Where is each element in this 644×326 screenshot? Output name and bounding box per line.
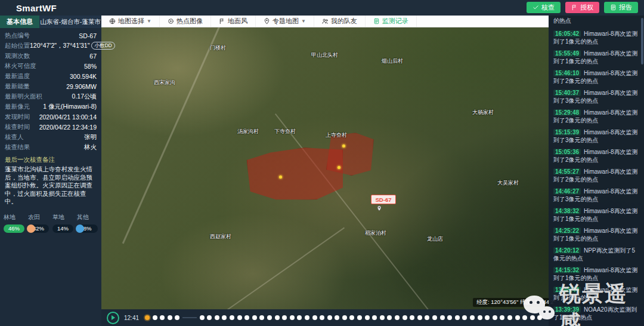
field-value-text: 0.17公顷 <box>72 93 97 101</box>
timeline-dot[interactable] <box>237 315 242 320</box>
timeline-dot[interactable] <box>500 315 504 320</box>
map-pin-icon[interactable] <box>376 205 382 211</box>
field-label: 核查结果 <box>5 143 30 152</box>
timeline-dot[interactable] <box>342 315 347 320</box>
tab-basic-info[interactable]: 基本信息 <box>0 16 39 28</box>
timeline-dot[interactable] <box>297 315 302 320</box>
timeline-dot[interactable] <box>395 315 400 320</box>
record-item[interactable]: 14:55:27Himawari-8再次监测到了2像元的热点 <box>549 165 644 185</box>
record-time-badge: 14:38:32 <box>553 208 581 214</box>
scrollbar-thumb[interactable] <box>641 18 643 64</box>
timeline-dot[interactable] <box>327 315 332 320</box>
field-value-text: 林火 <box>84 143 97 152</box>
toolbar-item-pin[interactable]: 专题地图▼ <box>256 16 314 27</box>
timeline-dot[interactable] <box>417 315 422 320</box>
timeline-dot[interactable] <box>515 315 520 320</box>
timeline-dot[interactable] <box>387 315 392 320</box>
timeline-dot[interactable] <box>478 315 482 320</box>
road-line <box>217 227 345 309</box>
timeline-dot[interactable] <box>380 315 385 320</box>
timeline-dot[interactable] <box>410 315 414 320</box>
landcover-value: 14% <box>57 225 69 232</box>
record-item[interactable]: 14:38:32Himawari-8再次监测到了1像元的热点 <box>549 205 644 224</box>
timeline-dot[interactable] <box>244 315 249 320</box>
record-item[interactable]: 15:46:10Himawari-8再次监测到了2像元的热点 <box>549 67 644 87</box>
landcover-label: 林地 <box>4 213 24 222</box>
field-value-text: 300.594K <box>70 73 97 80</box>
timeline-dot[interactable] <box>175 315 179 320</box>
timeline-dot[interactable] <box>447 315 452 320</box>
village-label: 下寺夼村 <box>274 128 296 136</box>
timeline-dot[interactable] <box>357 315 362 320</box>
timeline-dot[interactable] <box>282 315 287 320</box>
record-item[interactable]: 15:29:48Himawari-8再次监测到了2像元的热点 <box>549 106 644 126</box>
timeline-dot[interactable] <box>470 315 475 320</box>
record-item[interactable]: 14:46:27Himawari-8再次监测到了3像元的热点 <box>549 185 644 205</box>
timeline-dot[interactable] <box>215 315 219 320</box>
village-label: 甲山北头村 <box>311 51 338 59</box>
village-label: 烟山后村 <box>382 57 403 65</box>
timeline-dot[interactable] <box>425 315 429 320</box>
landcover-item: 林地46% <box>4 213 24 233</box>
timeline-dot[interactable] <box>267 315 272 320</box>
timeline-dot[interactable] <box>432 315 437 320</box>
timeline-dot[interactable] <box>290 315 295 320</box>
timeline-dot[interactable] <box>312 315 317 320</box>
watermark: 锐景遥感 <box>524 279 644 326</box>
record-item[interactable]: 15:15:39Himawari-8再次监测到了3像元的热点 <box>549 126 644 146</box>
record-item[interactable]: 15:40:37Himawari-8再次监测到了3像元的热点 <box>549 87 644 106</box>
toolbar-item-team[interactable]: 我的队友 <box>314 16 366 27</box>
play-button[interactable] <box>107 312 119 324</box>
timeline-dot[interactable] <box>485 315 490 320</box>
field-value: 58% <box>84 63 97 70</box>
report-button[interactable]: 报告 <box>604 2 638 13</box>
toolbar-item-label: 地图选择 <box>118 17 144 26</box>
authorize-button[interactable]: 授权 <box>565 2 599 13</box>
timeline-dot[interactable] <box>440 315 445 320</box>
timeline-dot[interactable] <box>252 315 257 320</box>
field-value: 1 像元(Himawari-8) <box>43 103 97 111</box>
timeline-dot[interactable] <box>493 315 497 320</box>
toolbar-item-globe[interactable]: 地图选择▼ <box>101 16 160 27</box>
doc-icon <box>610 4 617 11</box>
timeline-dot[interactable] <box>222 315 227 320</box>
timeline-dot[interactable] <box>230 315 234 320</box>
timeline-dot[interactable] <box>259 315 264 320</box>
record-item[interactable]: 14:20:12NPP再次监测到了5像元的热点 <box>549 244 644 264</box>
timeline-dot[interactable] <box>462 315 467 320</box>
timeline-dot[interactable] <box>207 315 212 320</box>
landcover-value: 46% <box>8 225 20 232</box>
record-item[interactable]: 16:05:42Himawari-8再次监测到了1像元的热点 <box>549 27 644 47</box>
timeline-dot[interactable] <box>153 315 157 320</box>
timeline-dot[interactable] <box>305 315 309 320</box>
toolbar-item-flag[interactable]: 地面风 <box>211 16 256 27</box>
hotspot-dot <box>338 166 340 169</box>
timeline-dot[interactable] <box>455 315 460 320</box>
timeline-dot[interactable] <box>275 315 280 320</box>
toolbar-item-doc[interactable]: 监测记录 <box>366 16 417 27</box>
toolbar-item-label: 我的队友 <box>331 17 357 26</box>
timeline-dot[interactable] <box>349 315 354 320</box>
timeline-dot[interactable] <box>168 315 172 320</box>
verify-button[interactable]: 核查 <box>527 2 561 13</box>
timeline-dot[interactable] <box>320 315 324 320</box>
timeline-dot[interactable] <box>145 315 150 320</box>
chevron-down-icon: ▼ <box>301 19 306 24</box>
timeline-dot[interactable] <box>200 315 205 320</box>
landcover-dot <box>76 224 84 233</box>
timeline-dot[interactable] <box>160 315 165 320</box>
timeline-dot[interactable] <box>365 315 370 320</box>
timeline-dot[interactable] <box>402 315 407 320</box>
decimal-dd-toggle[interactable]: 小数DD <box>91 42 114 50</box>
fire-marker-label[interactable]: SD-67 <box>371 195 396 204</box>
timeline-dot[interactable] <box>507 315 512 320</box>
timeline-dot[interactable] <box>372 315 377 320</box>
record-item[interactable]: 15:05:36Himawari-8再次监测到了2像元的热点 <box>549 146 644 165</box>
toolbar-item-label: 监测记录 <box>382 17 408 26</box>
record-item[interactable]: 14:25:22Himawari-8再次监测到了1像元的热点 <box>549 224 644 244</box>
record-time-badge: 14:25:22 <box>553 227 581 234</box>
toolbar-item-target[interactable]: 热点图像 <box>160 16 211 27</box>
chevron-down-icon: ▼ <box>147 19 151 24</box>
record-item[interactable]: 15:55:49Himawari-8再次监测到了1像元的热点 <box>549 47 644 67</box>
timeline-dot[interactable] <box>335 315 339 320</box>
